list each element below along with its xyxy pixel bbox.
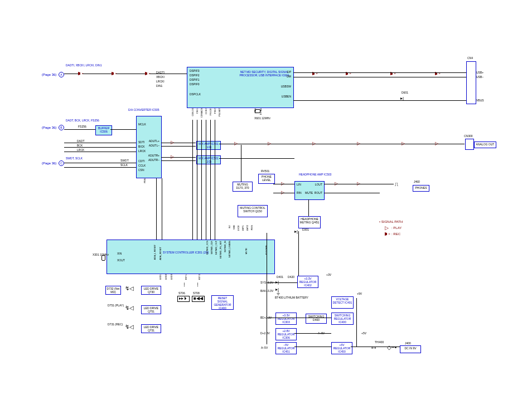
crystal-icon bbox=[101, 255, 105, 261]
hp-mute: MUTE bbox=[305, 192, 313, 195]
am5-label: A–5V bbox=[261, 347, 268, 350]
play-arrow-icon: ▷ bbox=[312, 142, 316, 147]
wire bbox=[201, 120, 202, 240]
node-c-icon: C bbox=[59, 160, 64, 166]
muting-switch-title: MUTING CONTROL SWITCH Q150 bbox=[240, 206, 265, 213]
regp5-block: +5V REGULATOR IC450 bbox=[331, 342, 352, 354]
x601-label: X601 12MHz bbox=[254, 117, 270, 120]
syscon-rpin: NETMD_IN bbox=[224, 241, 226, 252]
dsp-bpin: FS0X bbox=[214, 108, 216, 114]
muting-switch-block: MUTING CONTROL SWITCH Q150 bbox=[238, 205, 268, 217]
wire bbox=[161, 157, 196, 158]
led730-block: LED DRIVE Q730 bbox=[141, 286, 161, 295]
syscon-mid: PDIS bbox=[251, 225, 253, 230]
dsp-pin: DSPCLK bbox=[190, 93, 201, 96]
wire bbox=[267, 233, 267, 344]
headphone-muting-title: HEADPHONE MUTING Q/451 bbox=[300, 217, 320, 224]
j460-name: J460 bbox=[414, 181, 420, 184]
sig-swdt: SWDT bbox=[120, 159, 129, 163]
syscon-adareset1: ADA_L.RESET bbox=[154, 245, 156, 260]
led751-title: LED DRIVE Q751 bbox=[144, 306, 158, 313]
play-arrow-icon: ▷ bbox=[171, 140, 174, 145]
j400-name: J400 bbox=[405, 342, 411, 345]
sig-sclk: SCLK bbox=[120, 164, 128, 167]
j400-box: DC IN 9V bbox=[400, 345, 421, 353]
wire bbox=[293, 100, 466, 101]
headphone-muting-block: HEADPHONE MUTING Q/451 bbox=[298, 216, 321, 228]
dac-pin: CSN bbox=[138, 169, 144, 172]
fs256-label: FS256 bbox=[78, 125, 86, 129]
dac-bpin: PDN bbox=[144, 178, 146, 183]
wire bbox=[64, 129, 95, 130]
wire bbox=[206, 120, 206, 240]
d731-label: D731 (REC) bbox=[108, 323, 123, 326]
led-icon: ↯◁ bbox=[125, 305, 134, 311]
reg33-2-block: +3.3V REGULATOR IC303 bbox=[275, 313, 297, 325]
phone-level-title: PHONE LEVEL bbox=[262, 175, 272, 182]
hp-lin: LIN bbox=[297, 183, 301, 187]
legend-title: • SIGNAL PATH bbox=[379, 220, 403, 224]
led751-block: LED DRIVE Q751 bbox=[141, 305, 161, 314]
j400-pin: DC IN 9V bbox=[404, 347, 416, 350]
dsp-bpin: PLLSET bbox=[219, 108, 221, 116]
s706-label: S706 bbox=[178, 292, 185, 295]
page-ref-a: (Page 36) bbox=[42, 73, 56, 77]
wire bbox=[64, 147, 136, 148]
play-arrow-icon: ▷ bbox=[402, 142, 405, 147]
syscon-mid: LMT2 bbox=[246, 225, 249, 231]
cn4-name: CN4 bbox=[467, 57, 473, 60]
s708-label: S708 bbox=[193, 292, 200, 295]
dac-block: MCLK SDTI BICK LRCK CDTI CCLK CSN ADUTL+… bbox=[136, 116, 162, 178]
wire bbox=[294, 333, 331, 334]
dac-pin: MCLK bbox=[138, 123, 146, 126]
dsp-pin-r: DM bbox=[287, 75, 291, 79]
dadti-label: DADTI bbox=[156, 71, 165, 75]
wire bbox=[161, 146, 196, 147]
wire bbox=[324, 193, 380, 193]
wire bbox=[192, 120, 193, 240]
wire bbox=[293, 72, 466, 73]
dc-jack-icon: ◇−• bbox=[387, 344, 396, 350]
dsp-title: NET MD SECURITY, DIGITAL SIGNAL PROCESSO… bbox=[236, 71, 292, 77]
wire bbox=[294, 318, 331, 318]
d420-label: D420 bbox=[288, 276, 294, 279]
p9v-label: +9V bbox=[357, 292, 362, 296]
dac-pin: SDTI bbox=[138, 141, 144, 144]
muting-d370-title: MUTING D170, 370 bbox=[236, 183, 249, 189]
switching-block: SWITCHING D400 bbox=[306, 314, 327, 324]
syscon-mute: MUTE bbox=[245, 248, 248, 254]
cn300-name: CN300 bbox=[464, 135, 473, 138]
syscon-mid: SSB bbox=[233, 225, 235, 230]
wire bbox=[241, 145, 241, 182]
j460-box: PHONES bbox=[413, 185, 429, 192]
led731-block: LED DRIVE Q731 bbox=[141, 324, 161, 333]
play-arrow-icon: ▷ bbox=[435, 142, 438, 147]
push-button-icon: ⫶ bbox=[196, 281, 199, 287]
dac-pin-r: ADUTR+ bbox=[148, 154, 159, 158]
signal-list-a: DADTI, XBCKI, LRCKI, DIN1 bbox=[66, 64, 101, 67]
syscon-bpin: LED1 bbox=[159, 274, 162, 280]
syscon-bpin: KEY1 bbox=[185, 274, 187, 280]
signal-list-b: DADT, BCK, LRCK, FS256 bbox=[66, 119, 99, 123]
volt-detect-title: VOLTAGE DETECT IC401 bbox=[333, 297, 352, 304]
reset-gen-title: RESET SIGNAL GENERATOR IC400 bbox=[214, 296, 231, 310]
legend-rec: : REC bbox=[391, 232, 400, 236]
syscon-rpin: NETMD_PS_SET bbox=[220, 241, 222, 258]
p3v-label: +3V bbox=[326, 274, 331, 277]
regm5-title: –5V REGULATOR IC451 bbox=[278, 343, 295, 353]
page-ref-b: (Page 36) bbox=[42, 126, 56, 130]
cn4-pin: USB– bbox=[476, 76, 483, 79]
wire bbox=[308, 199, 309, 216]
dsp-pin: DSPIF0 bbox=[190, 83, 200, 86]
led730-title: LED DRIVE Q730 bbox=[144, 287, 158, 294]
battery-label: BT400 LITHIUM BATTERY bbox=[275, 296, 308, 300]
node-a-icon: A bbox=[59, 72, 64, 77]
wire bbox=[197, 120, 197, 240]
push-button-icon: ⫶ bbox=[183, 281, 186, 287]
signal-list-c: SWDT, SCLK bbox=[66, 157, 83, 160]
d28-label: D+2.8V bbox=[260, 332, 270, 335]
j460-pin: PHONES bbox=[415, 186, 427, 189]
crystal-icon bbox=[255, 109, 260, 113]
syscon-block: SYSTEM CONTROLLER IC301 (2/2) XIN XOUT A… bbox=[107, 240, 275, 274]
page-ref-c: (Page 36) bbox=[42, 162, 56, 165]
